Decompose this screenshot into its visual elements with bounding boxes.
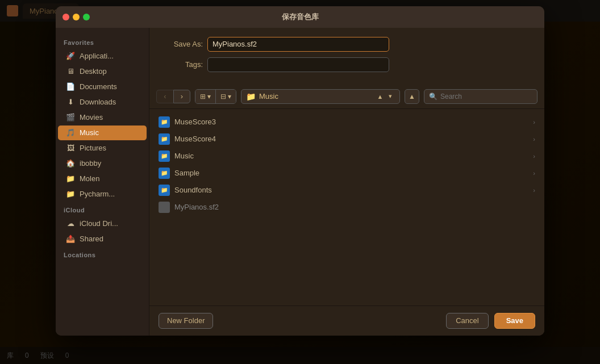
sidebar-item-applications[interactable]: 🚀 Applicati... [58, 49, 147, 64]
file-name: Music [174, 152, 528, 160]
columns-icon: ⊞ [200, 93, 206, 101]
sidebar-item-documents[interactable]: 📄 Documents [58, 80, 147, 94]
sidebar-item-label-icloud-drive: iCloud Dri... [80, 219, 118, 228]
documents-icon: 📄 [66, 82, 75, 91]
sidebar-item-molen[interactable]: 📁 Molen [58, 171, 147, 186]
sidebar-item-label-pictures: Pictures [80, 144, 106, 152]
icloud-drive-icon: ☁ [66, 219, 75, 228]
sidebar-item-label-molen: Molen [80, 174, 99, 183]
tags-input[interactable] [207, 57, 389, 72]
sidebar-item-music[interactable]: 🎵 Music [58, 125, 147, 140]
icons-arrow: ▾ [228, 93, 231, 101]
sidebar-item-label-desktop: Desktop [80, 67, 107, 76]
new-folder-button[interactable]: New Folder [159, 313, 213, 329]
dialog-body: Favorites 🚀 Applicati... 🖥 Desktop 📄 Doc… [56, 28, 544, 336]
list-item[interactable]: MyPianos.sf2 [154, 199, 540, 216]
search-input[interactable] [440, 93, 532, 101]
close-traffic-light[interactable] [63, 14, 69, 20]
sidebar-item-shared[interactable]: 📤 Shared [58, 232, 147, 246]
traffic-lights [63, 14, 90, 20]
folder-icon: 📁 [159, 185, 170, 196]
location-up-arrow[interactable]: ▲ [376, 92, 385, 101]
location-bar: 📁 Music ▲ ▾ [241, 89, 400, 104]
file-arrow: › [533, 136, 535, 143]
sidebar-item-pycharm[interactable]: 📁 Pycharm... [58, 187, 147, 202]
sidebar-item-downloads[interactable]: ⬇ Downloads [58, 95, 147, 110]
favorites-section-label: Favorites [56, 35, 149, 48]
folder-icon: 📁 [159, 133, 170, 145]
view-mode-buttons: ⊞ ▾ ⊟ ▾ [195, 89, 236, 104]
columns-view-button[interactable]: ⊞ ▾ [195, 90, 216, 103]
icons-view-button[interactable]: ⊟ ▾ [216, 90, 236, 103]
tags-label: Tags: [163, 60, 203, 69]
save-as-row: Save As: [163, 37, 531, 52]
sidebar-item-label-pycharm: Pycharm... [80, 190, 115, 198]
file-name: MuseScore3 [174, 118, 528, 126]
desktop-icon: 🖥 [66, 67, 75, 76]
sidebar-item-label-downloads: Downloads [80, 98, 116, 106]
sidebar-item-ibobby[interactable]: 🏠 ibobby [58, 156, 147, 171]
sidebar-item-icloud-drive[interactable]: ☁ iCloud Dri... [58, 216, 147, 231]
action-buttons: Cancel Save [446, 313, 535, 329]
save-button[interactable]: Save [494, 313, 535, 329]
expand-button[interactable]: ▲ [405, 89, 419, 104]
file-name: MuseScore4 [174, 135, 528, 143]
cancel-button[interactable]: Cancel [446, 313, 488, 329]
location-text: Music [259, 92, 372, 101]
folder-icon: 📁 [159, 168, 170, 179]
pycharm-icon: 📁 [66, 190, 75, 199]
sidebar-item-label-documents: Documents [80, 82, 117, 91]
movies-icon: 🎬 [66, 113, 75, 122]
sidebar-item-desktop[interactable]: 🖥 Desktop [58, 64, 147, 79]
save-as-label: Save As: [163, 40, 203, 48]
file-type-icon [159, 202, 170, 213]
applications-icon: 🚀 [66, 52, 75, 61]
shared-icon: 📤 [66, 235, 75, 244]
sidebar-item-label-applications: Applicati... [80, 52, 114, 60]
sidebar-item-label-movies: Movies [80, 113, 103, 122]
file-name: Soundfonts [174, 186, 528, 194]
icons-icon: ⊟ [220, 93, 226, 101]
folder-icon: 📁 [159, 116, 170, 128]
file-arrow: › [533, 170, 535, 177]
location-down-arrow[interactable]: ▾ [386, 92, 395, 101]
file-list: 📁 MuseScore3 › 📁 MuseScore4 › 📁 Music [149, 111, 544, 218]
file-arrow: › [533, 119, 535, 125]
sidebar-item-label-shared: Shared [80, 235, 103, 243]
list-item[interactable]: 📁 Music › [154, 148, 540, 165]
list-item[interactable]: 📁 MuseScore4 › [154, 131, 540, 148]
sidebar: Favorites 🚀 Applicati... 🖥 Desktop 📄 Doc… [56, 28, 149, 336]
form-area: Save As: Tags: [149, 28, 544, 85]
save-dialog: 保存音色库 Favorites 🚀 Applicati... 🖥 Desktop… [56, 6, 544, 336]
icloud-section-label: iCloud [56, 202, 149, 216]
toolbar: ‹ › ⊞ ▾ ⊟ ▾ 📁 [149, 85, 544, 109]
pictures-icon: 🖼 [66, 144, 75, 153]
location-folder-icon: 📁 [246, 92, 256, 101]
minimize-traffic-light[interactable] [73, 14, 80, 20]
locations-section-label: Locations [56, 247, 149, 261]
dialog-overlay: 保存音色库 Favorites 🚀 Applicati... 🖥 Desktop… [0, 0, 600, 364]
search-icon: 🔍 [429, 93, 438, 101]
list-item[interactable]: 📁 Sample › [154, 165, 540, 182]
music-icon: 🎵 [66, 128, 75, 137]
molen-icon: 📁 [66, 174, 75, 183]
forward-button[interactable]: › [173, 90, 190, 103]
dialog-titlebar: 保存音色库 [56, 6, 544, 28]
sidebar-item-pictures[interactable]: 🖼 Pictures [58, 141, 147, 156]
downloads-icon: ⬇ [66, 98, 75, 107]
file-arrow: › [533, 153, 535, 160]
list-item[interactable]: 📁 MuseScore3 › [154, 114, 540, 131]
sidebar-item-label-music: Music [80, 128, 99, 137]
maximize-traffic-light[interactable] [83, 14, 90, 20]
sidebar-item-movies[interactable]: 🎬 Movies [58, 110, 147, 125]
dialog-bottom: New Folder Cancel Save [149, 306, 544, 336]
back-button[interactable]: ‹ [156, 90, 173, 103]
file-list-area: 📁 MuseScore3 › 📁 MuseScore4 › 📁 Music [149, 109, 544, 306]
columns-arrow: ▾ [207, 93, 211, 101]
file-name: MyPianos.sf2 [174, 203, 535, 211]
list-item[interactable]: 📁 Soundfonts › [154, 182, 540, 199]
file-arrow: › [533, 187, 535, 194]
filename-input[interactable] [207, 37, 389, 52]
sidebar-item-label-ibobby: ibobby [80, 159, 101, 168]
dialog-title: 保存音色库 [282, 12, 319, 22]
